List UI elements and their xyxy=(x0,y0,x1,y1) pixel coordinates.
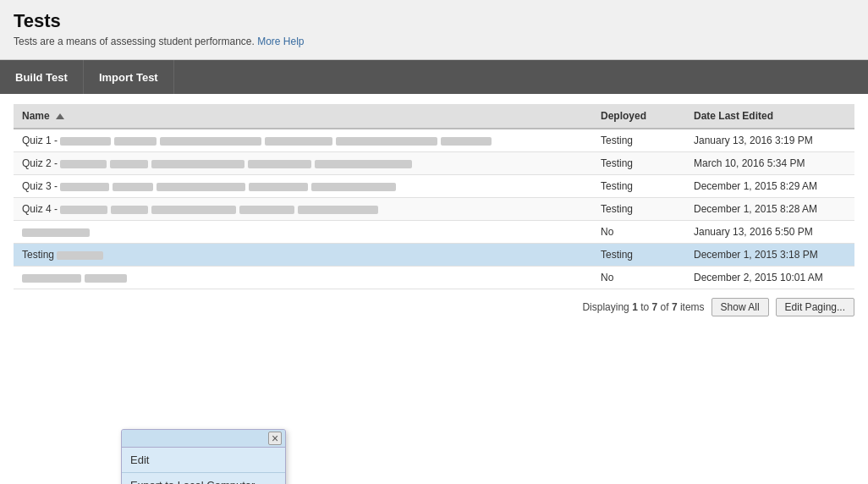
cell-deployed: Testing xyxy=(592,198,685,221)
cell-date: December 2, 2015 10:01 AM xyxy=(685,267,854,289)
cell-name: Quiz 2 - xyxy=(14,152,592,175)
more-help-link[interactable]: More Help xyxy=(257,36,304,47)
menu-item-label: Edit xyxy=(130,454,149,466)
table-row[interactable]: Quiz 4 - TestingDecember 1, 2015 8:28 AM xyxy=(14,198,854,221)
edit-paging-button[interactable]: Edit Paging... xyxy=(776,298,854,316)
context-menu-container: × EditExport to Local ComputerExport to … xyxy=(121,429,286,484)
cell-date: March 10, 2016 5:34 PM xyxy=(685,152,854,175)
cell-date: December 1, 2015 3:18 PM xyxy=(685,244,854,267)
cell-deployed: Testing xyxy=(592,129,685,152)
context-menu-item[interactable]: Export to Local Computer xyxy=(122,473,285,484)
menu-item-label: Export to Local Computer xyxy=(130,479,255,484)
cell-date: December 1, 2015 8:28 AM xyxy=(685,198,854,221)
cell-date: January 13, 2016 3:19 PM xyxy=(685,129,854,152)
col-name-label: Name xyxy=(22,110,50,122)
nav-bar: Build Test Import Test xyxy=(0,60,868,94)
description-text: Tests are a means of assessing student p… xyxy=(14,36,255,47)
context-menu-item[interactable]: Edit xyxy=(122,448,285,473)
page-title: Tests xyxy=(14,10,854,32)
col-date: Date Last Edited xyxy=(685,104,854,129)
content-area: Name Deployed Date Last Edited Quiz 1 - … xyxy=(0,94,868,332)
context-menu: × EditExport to Local ComputerExport to … xyxy=(121,429,286,484)
cell-name: Quiz 3 - xyxy=(14,175,592,198)
pagination-total: 7 xyxy=(672,301,678,313)
nav-import-test[interactable]: Import Test xyxy=(84,60,174,94)
table-row[interactable]: Quiz 3 - TestingDecember 1, 2015 8:29 AM xyxy=(14,175,854,198)
page-header: Tests Tests are a means of assessing stu… xyxy=(0,0,868,60)
cell-deployed: No xyxy=(592,267,685,289)
cell-deployed: No xyxy=(592,221,685,244)
pagination-bar: Displaying 1 to 7 of 7 items Show All Ed… xyxy=(14,289,854,322)
pagination-end: 7 xyxy=(652,301,658,313)
cell-date: January 13, 2016 5:50 PM xyxy=(685,221,854,244)
cell-name xyxy=(14,267,592,289)
table-row[interactable]: Testing TestingDecember 1, 2015 3:18 PM xyxy=(14,244,854,267)
pagination-start: 1 xyxy=(632,301,638,313)
cell-name: Quiz 4 - xyxy=(14,198,592,221)
table-row[interactable]: Quiz 1 - TestingJanuary 13, 2016 3:19 PM xyxy=(14,129,854,152)
sort-icon xyxy=(56,113,64,119)
tests-table: Name Deployed Date Last Edited Quiz 1 - … xyxy=(14,104,854,289)
cell-name: Quiz 1 - xyxy=(14,129,592,152)
cell-date: December 1, 2015 8:29 AM xyxy=(685,175,854,198)
table-row[interactable]: Quiz 2 - TestingMarch 10, 2016 5:34 PM xyxy=(14,152,854,175)
table-row[interactable]: NoDecember 2, 2015 10:01 AM xyxy=(14,267,854,289)
pagination-text: Displaying 1 to 7 of 7 items xyxy=(582,301,704,313)
col-name[interactable]: Name xyxy=(14,104,592,129)
cell-deployed: Testing xyxy=(592,175,685,198)
show-all-button[interactable]: Show All xyxy=(711,298,769,316)
page-description: Tests are a means of assessing student p… xyxy=(14,36,854,47)
cell-deployed: Testing xyxy=(592,244,685,267)
context-close-button[interactable]: × xyxy=(268,432,282,445)
col-deployed: Deployed xyxy=(592,104,685,129)
cell-name: Testing xyxy=(14,244,592,267)
context-menu-header: × xyxy=(122,430,285,448)
nav-build-test[interactable]: Build Test xyxy=(0,60,84,94)
cell-deployed: Testing xyxy=(592,152,685,175)
table-row[interactable]: NoJanuary 13, 2016 5:50 PM xyxy=(14,221,854,244)
cell-name xyxy=(14,221,592,244)
